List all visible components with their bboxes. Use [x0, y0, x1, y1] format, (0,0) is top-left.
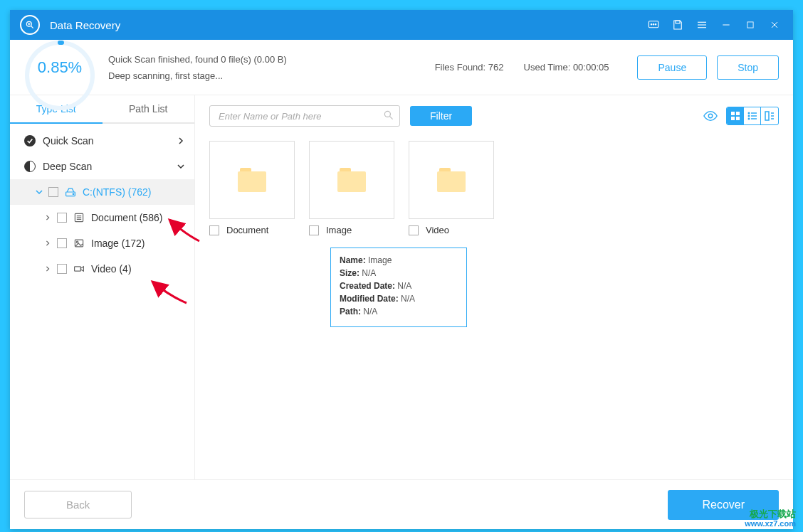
tree-drive-c[interactable]: C:(NTFS) (762)	[10, 179, 194, 205]
folder-thumb	[409, 141, 494, 219]
svg-point-7	[655, 24, 656, 26]
checkbox[interactable]	[57, 238, 67, 248]
view-grid-icon[interactable]	[727, 107, 744, 124]
info-tooltip: Name: Image Size: N/A Created Date: N/A …	[330, 248, 467, 327]
scan-status-line1: Quick Scan finished, found 0 file(s) (0.…	[108, 54, 435, 65]
close-button[interactable]	[766, 16, 783, 33]
half-circle-icon	[24, 161, 36, 172]
card-video[interactable]: Video	[409, 141, 494, 235]
tree-deep-scan[interactable]: Deep Scan	[10, 154, 194, 179]
toolbar: Filter	[209, 105, 779, 127]
chevron-right-icon	[43, 214, 53, 221]
svg-rect-8	[676, 21, 680, 23]
sidebar: Type List Path List Quick Scan Deep Scan	[10, 95, 195, 479]
video-icon	[73, 263, 85, 275]
chevron-right-icon	[43, 265, 53, 272]
minimize-button[interactable]	[718, 16, 735, 33]
svg-rect-13	[747, 22, 753, 28]
chevron-down-icon	[177, 161, 184, 172]
footer: Back Recover	[10, 479, 793, 529]
svg-point-24	[76, 241, 78, 243]
view-mode-group	[726, 107, 779, 125]
progress-percent: 0.85%	[38, 58, 82, 77]
search-icon[interactable]	[383, 110, 394, 124]
folder-icon	[337, 168, 366, 192]
stop-button[interactable]: Stop	[717, 55, 779, 80]
view-detail-icon[interactable]	[761, 107, 778, 124]
folder-icon	[437, 168, 466, 192]
app-window: Data Recovery 0.85% Quick Scan finished,…	[10, 10, 793, 529]
filter-button[interactable]: Filter	[410, 106, 472, 126]
svg-rect-30	[731, 112, 735, 115]
scan-status-line2: Deep scanning, first stage...	[108, 70, 435, 81]
checkbox[interactable]	[48, 187, 58, 197]
tab-path-list[interactable]: Path List	[103, 95, 195, 122]
tree: Quick Scan Deep Scan C:(NTFS) (762)	[10, 124, 194, 479]
chevron-down-icon	[34, 188, 44, 196]
menu-icon[interactable]	[693, 16, 710, 33]
image-icon	[73, 238, 85, 249]
tree-document[interactable]: Document (586)	[10, 205, 194, 230]
titlebar: Data Recovery	[10, 10, 793, 40]
files-found: Files Found: 762	[435, 62, 504, 73]
svg-point-36	[747, 115, 750, 117]
svg-rect-33	[736, 117, 740, 120]
scan-stats: Files Found: 762 Used Time: 00:00:05	[435, 62, 609, 73]
pause-button[interactable]: Pause	[637, 55, 707, 80]
checkbox[interactable]	[57, 213, 67, 223]
tree-image[interactable]: Image (172)	[10, 230, 194, 256]
card-document[interactable]: Document	[209, 141, 295, 235]
card-image[interactable]: Image	[309, 141, 394, 235]
progress-circle: 0.85%	[24, 40, 95, 95]
folder-thumb	[209, 141, 295, 219]
checkbox[interactable]	[57, 264, 67, 274]
svg-point-29	[708, 114, 713, 118]
svg-point-38	[747, 118, 750, 120]
folder-icon	[238, 168, 266, 192]
document-icon	[73, 212, 85, 223]
svg-rect-25	[75, 267, 81, 271]
svg-point-6	[653, 24, 654, 26]
svg-rect-31	[736, 112, 740, 115]
search-input[interactable]	[209, 105, 400, 127]
svg-line-1	[31, 26, 33, 28]
app-title: Data Recovery	[50, 19, 638, 31]
save-icon[interactable]	[669, 16, 686, 33]
watermark: 极光下载站 www.xz7.com	[745, 509, 796, 528]
svg-point-5	[651, 24, 652, 26]
card-label: Document	[226, 225, 268, 235]
maximize-button[interactable]	[742, 16, 759, 33]
card-label: Video	[426, 225, 449, 235]
app-logo-icon	[20, 15, 40, 35]
drive-icon	[64, 186, 77, 198]
search-field	[209, 105, 400, 127]
main-content: Filter Document I	[195, 95, 793, 479]
svg-point-34	[747, 112, 750, 115]
svg-rect-32	[731, 117, 735, 120]
svg-point-18	[73, 193, 74, 195]
tree-video[interactable]: Video (4)	[10, 256, 194, 282]
feedback-icon[interactable]	[645, 16, 662, 33]
used-time: Used Time: 00:00:05	[524, 62, 609, 73]
checkbox[interactable]	[309, 225, 319, 235]
svg-rect-40	[765, 112, 769, 120]
back-button[interactable]: Back	[24, 491, 132, 518]
checkbox[interactable]	[409, 225, 419, 235]
scan-info-bar: 0.85% Quick Scan finished, found 0 file(…	[10, 40, 793, 95]
chevron-right-icon	[177, 135, 184, 147]
tree-quick-scan[interactable]: Quick Scan	[10, 128, 194, 154]
scan-status: Quick Scan finished, found 0 file(s) (0.…	[108, 54, 435, 81]
svg-line-28	[390, 117, 393, 119]
preview-eye-icon[interactable]	[702, 107, 719, 124]
checkbox[interactable]	[209, 225, 219, 235]
svg-point-27	[384, 111, 390, 117]
card-label: Image	[326, 225, 352, 235]
view-list-icon[interactable]	[744, 107, 761, 124]
check-icon	[24, 135, 36, 147]
folder-grid: Document Image Video Name: Image Size: N…	[209, 141, 779, 235]
chevron-right-icon	[43, 240, 53, 247]
folder-thumb	[309, 141, 394, 219]
